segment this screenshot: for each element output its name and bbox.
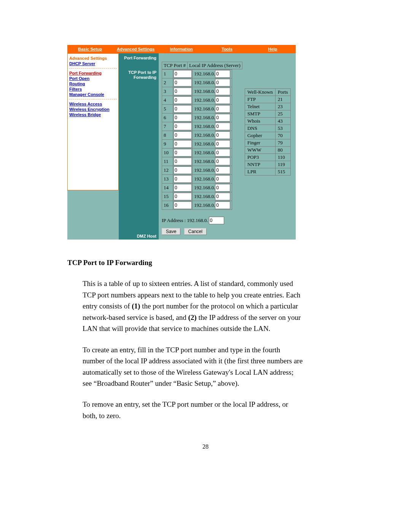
fwd-ip-host-input[interactable]: [215, 70, 230, 78]
fwd-ip-host-input[interactable]: [215, 114, 230, 121]
sidebar-port-forwarding[interactable]: Port Forwarding: [69, 71, 117, 75]
fwd-row-number: 12: [162, 166, 173, 175]
fwd-port-input[interactable]: [174, 123, 192, 130]
sidebar-manager-console[interactable]: Manager Console: [69, 92, 117, 97]
fwd-row: 10192.168.0.: [162, 149, 232, 157]
fwd-ip-host-input[interactable]: [215, 166, 230, 174]
fwd-ip-prefix: 192.168.0.: [194, 185, 215, 190]
wk-service-name: LPR: [245, 168, 275, 176]
document-body: TCP Port to IP Forwarding This is a tabl…: [67, 257, 303, 421]
fwd-ip-prefix: 192.168.0.: [194, 123, 215, 129]
fwd-port-input[interactable]: [174, 105, 192, 113]
section-label-column: Port Forwarding TCP Port to IP Forwardin…: [119, 53, 159, 240]
wk-service-name: Finger: [245, 139, 275, 147]
fwd-ip-host-input[interactable]: [215, 88, 230, 95]
fwd-ip-host-input[interactable]: [215, 201, 230, 209]
fwd-ip-host-input[interactable]: [215, 193, 230, 200]
fwd-port-input[interactable]: [174, 70, 192, 78]
sidebar-wireless-access[interactable]: Wireless Access: [69, 102, 117, 106]
fwd-row-number: 15: [162, 192, 173, 201]
save-button[interactable]: Save: [162, 228, 180, 235]
fwd-ip-host-input[interactable]: [215, 96, 230, 104]
col-header-port: TCP Port #: [162, 62, 188, 69]
fwd-port-input[interactable]: [174, 166, 192, 174]
nav-advanced-settings[interactable]: Advanced Settings: [113, 45, 159, 53]
section-title: Port Forwarding: [119, 53, 156, 60]
fwd-port-input[interactable]: [174, 131, 192, 139]
sidebar-heading: Advanced Settings: [69, 56, 117, 61]
fwd-port-input[interactable]: [174, 79, 192, 86]
wk-port-number: 79: [275, 139, 290, 147]
sidebar-filters[interactable]: Filters: [69, 87, 117, 91]
fwd-port-input[interactable]: [174, 88, 192, 95]
wk-row: Gopher70: [245, 132, 290, 139]
page-number: 28: [0, 443, 411, 450]
settings-panel: TCP Port # Local IP Address (Server) 119…: [159, 53, 296, 240]
fwd-ip-host-input[interactable]: [215, 175, 230, 183]
cancel-button[interactable]: Cancel: [184, 228, 207, 235]
fwd-ip-host-input[interactable]: [215, 131, 230, 139]
fwd-port-input[interactable]: [174, 201, 192, 209]
doc-paragraph-2: To create an entry, fill in the TCP port…: [83, 344, 303, 389]
fwd-ip-prefix: 192.168.0.: [194, 71, 215, 77]
wk-service-name: NNTP: [245, 161, 275, 168]
fwd-ip-host-input[interactable]: [215, 184, 230, 192]
fwd-row-number: 8: [162, 131, 173, 140]
wk-port-number: 110: [275, 154, 290, 161]
wk-header-port: Ports: [275, 89, 290, 96]
col-header-ip: Local IP Address (Server): [188, 62, 242, 69]
wk-row: Finger79: [245, 139, 290, 147]
fwd-port-input[interactable]: [174, 114, 192, 121]
nav-basic-setup[interactable]: Basic Setup: [67, 45, 113, 53]
wk-row: DNS53: [245, 125, 290, 132]
wk-port-number: 53: [275, 125, 290, 132]
fwd-row: 11192.168.0.: [162, 157, 232, 166]
fwd-row: 5192.168.0.: [162, 105, 232, 113]
wk-service-name: FTP: [245, 96, 275, 103]
fwd-row-number: 9: [162, 140, 173, 149]
doc-paragraph-1: This is a table of up to sixteen entries…: [83, 278, 303, 334]
wk-service-name: POP3: [245, 154, 275, 161]
fwd-ip-host-input[interactable]: [215, 105, 230, 113]
fwd-ip-host-input[interactable]: [215, 149, 230, 157]
fwd-port-input[interactable]: [174, 140, 192, 148]
fwd-row: 3192.168.0.: [162, 87, 232, 96]
sub-label-2: Forwarding: [134, 75, 156, 80]
sidebar-dhcp-server[interactable]: DHCP Server: [69, 61, 117, 66]
nav-help[interactable]: Help: [250, 45, 296, 53]
fwd-ip-host-input[interactable]: [215, 158, 230, 165]
fwd-ip-host-input[interactable]: [215, 79, 230, 86]
fwd-row: 4192.168.0.: [162, 96, 232, 105]
nav-tools[interactable]: Tools: [204, 45, 250, 53]
sidebar: Advanced Settings DHCP Server Port Forwa…: [67, 53, 119, 190]
fwd-port-input[interactable]: [174, 193, 192, 200]
dmz-host-input[interactable]: [209, 217, 224, 224]
fwd-port-input[interactable]: [174, 149, 192, 157]
fwd-port-input[interactable]: [174, 158, 192, 165]
sidebar-wireless-bridge[interactable]: Wireless Bridge: [69, 112, 117, 117]
fwd-ip-prefix: 192.168.0.: [194, 193, 215, 199]
wk-port-number: 119: [275, 161, 290, 168]
port-forwarding-table: TCP Port # Local IP Address (Server): [162, 62, 242, 69]
fwd-ip-prefix: 192.168.0.: [194, 132, 215, 138]
fwd-port-input[interactable]: [174, 184, 192, 192]
wk-service-name: WWW: [245, 147, 275, 154]
fwd-row-number: 3: [162, 87, 173, 96]
sidebar-routing[interactable]: Routing: [69, 81, 117, 86]
wk-header-name: Well-Known: [245, 89, 275, 96]
fwd-port-input[interactable]: [174, 175, 192, 183]
fwd-ip-prefix: 192.168.0.: [194, 80, 215, 85]
fwd-ip-prefix: 192.168.0.: [194, 167, 215, 173]
fwd-port-input[interactable]: [174, 96, 192, 104]
sidebar-wireless-encryption[interactable]: Wireless Encryption: [69, 107, 117, 112]
wk-row: Whois43: [245, 118, 290, 125]
fwd-ip-host-input[interactable]: [215, 140, 230, 148]
wk-service-name: Whois: [245, 118, 275, 125]
sub-label-1: TCP Port to IP: [128, 70, 156, 75]
fwd-row: 16192.168.0.: [162, 201, 232, 210]
nav-information[interactable]: Information: [159, 45, 204, 53]
fwd-ip-host-input[interactable]: [215, 123, 230, 130]
fwd-row: 2192.168.0.: [162, 78, 232, 87]
sidebar-port-open[interactable]: Port Open: [69, 76, 117, 81]
wk-row: NNTP119: [245, 161, 290, 168]
